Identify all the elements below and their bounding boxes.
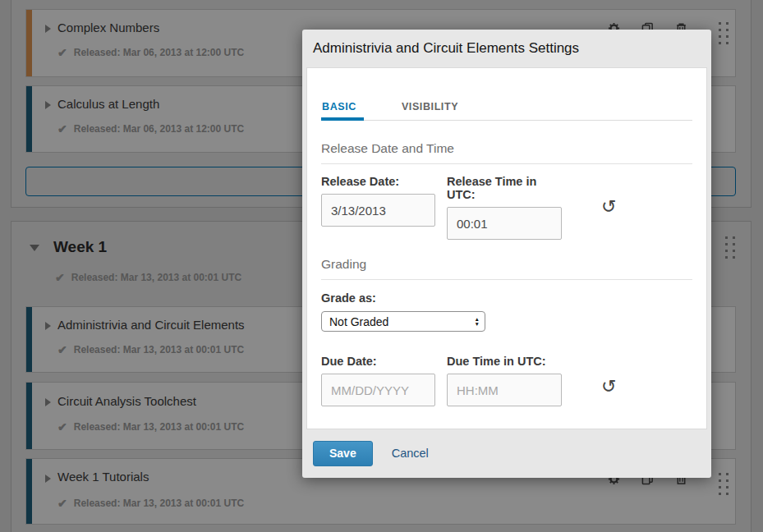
due-time-group: Due Time in UTC: <box>447 355 562 406</box>
course-outline-page: Complex Numbers ✔Released: Mar 06, 2013 … <box>0 0 763 532</box>
release-time-label: Release Time in UTC: <box>447 175 562 201</box>
subsection-settings-modal: Administrivia and Circuit Elements Setti… <box>302 30 711 478</box>
modal-panel: BASIC VISIBILITY Release Date and Time R… <box>306 67 707 429</box>
release-date-label: Release Date: <box>321 175 435 188</box>
release-time-group: Release Time in UTC: <box>447 175 562 240</box>
due-fields: Due Date: Due Time in UTC: ↺ <box>321 355 692 406</box>
tab-basic[interactable]: BASIC <box>321 101 364 121</box>
due-time-input[interactable] <box>447 374 562 406</box>
select-arrows-icon: ▲▼ <box>475 317 480 326</box>
grading-heading: Grading <box>321 257 692 280</box>
modal-tabs: BASIC VISIBILITY <box>321 101 692 121</box>
grade-as-value: Not Graded <box>329 315 388 328</box>
due-date-group: Due Date: <box>321 355 435 406</box>
release-time-input[interactable] <box>447 207 562 240</box>
release-heading: Release Date and Time <box>321 141 692 164</box>
due-time-label: Due Time in UTC: <box>447 355 562 368</box>
tab-visibility[interactable]: VISIBILITY <box>400 101 460 120</box>
release-fields: Release Date: Release Time in UTC: ↺ <box>321 175 692 240</box>
due-date-label: Due Date: <box>321 355 435 368</box>
release-date-group: Release Date: <box>321 175 435 240</box>
modal-footer: Save Cancel <box>302 430 711 478</box>
grade-as-select[interactable]: Not Graded ▲▼ <box>321 311 485 332</box>
cancel-link[interactable]: Cancel <box>392 447 429 460</box>
due-date-input[interactable] <box>321 374 435 406</box>
save-button[interactable]: Save <box>313 441 373 466</box>
release-date-input[interactable] <box>321 194 435 227</box>
modal-title: Administrivia and Circuit Elements Setti… <box>302 30 711 57</box>
grade-as-label: Grade as: <box>321 291 692 305</box>
reset-due-icon[interactable]: ↺ <box>601 378 616 396</box>
reset-release-icon[interactable]: ↺ <box>601 198 616 216</box>
